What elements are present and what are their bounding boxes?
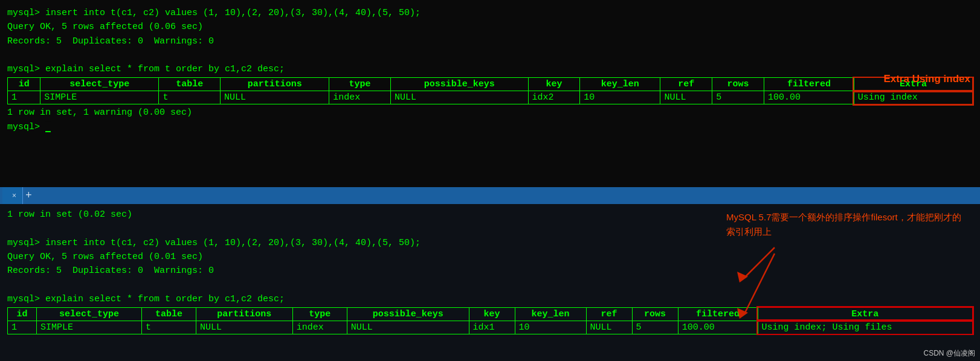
top-line-blank	[7, 48, 973, 62]
bottom-records: Records: 5 Duplicates: 0 Warnings: 0	[7, 264, 973, 278]
col-rows: rows	[632, 307, 678, 321]
col-table: table	[159, 78, 221, 91]
cell-type: index	[329, 91, 391, 104]
top-explain-table: id select_type table partitions type pos…	[7, 77, 973, 104]
cell-extra: Using index	[854, 91, 972, 104]
bottom-query-ok: Query OK, 5 rows affected (0.01 sec)	[7, 250, 973, 264]
cell-ref: NULL	[660, 91, 712, 104]
col-key-len: key_len	[580, 78, 660, 91]
col-extra-bottom: Extra	[758, 307, 972, 321]
col-type: type	[292, 307, 347, 321]
table-row: 1 SIMPLE t NULL index NULL idx1 10 NULL …	[8, 321, 973, 334]
new-tab-button[interactable]: +	[25, 190, 32, 202]
cell-filtered: 100.00	[678, 321, 758, 334]
tab-bar: × +	[0, 187, 980, 204]
col-filtered: filtered	[764, 78, 854, 91]
cell-filtered: 100.00	[764, 91, 854, 104]
cell-key: idx1	[469, 321, 515, 334]
col-id: id	[8, 307, 37, 321]
cell-select-type: SIMPLE	[37, 321, 142, 334]
annotation-text: Extra Using index	[883, 71, 970, 87]
cell-extra-bottom: Using index; Using files	[758, 321, 972, 334]
col-key: key	[469, 307, 515, 321]
cell-table: t	[159, 91, 221, 104]
cell-id: 1	[8, 321, 37, 334]
cell-possible-keys: NULL	[347, 321, 469, 334]
col-id: id	[8, 78, 40, 91]
cell-partitions: NULL	[220, 91, 329, 104]
bottom-blank2	[7, 278, 973, 292]
cell-select-type: SIMPLE	[40, 91, 159, 104]
watermark: CSDN @仙凌阁	[923, 348, 975, 359]
col-rows: rows	[712, 78, 764, 91]
top-terminal-panel: mysql> insert into t(c1, c2) values (1, …	[0, 0, 980, 187]
col-select-type: select_type	[40, 78, 159, 91]
col-possible-keys: possible_keys	[347, 307, 469, 321]
bottom-explain-table: id select_type table partitions type pos…	[7, 307, 973, 334]
cell-rows: 5	[632, 321, 678, 334]
col-key-len: key_len	[515, 307, 586, 321]
col-ref: ref	[586, 307, 632, 321]
bottom-line-blank1	[7, 222, 973, 235]
cell-ref: NULL	[586, 321, 632, 334]
bottom-explain-cmd: mysql> explain select * from t order by …	[7, 292, 973, 306]
cell-type: index	[292, 321, 347, 334]
col-partitions: partitions	[196, 307, 292, 321]
bottom-insert-cmd: mysql> insert into t(c1, c2) values (1, …	[7, 236, 973, 250]
top-prompt: mysql> █	[7, 120, 973, 134]
top-footer: 1 row in set, 1 warning (0.00 sec)	[7, 106, 973, 120]
bottom-line-1: 1 row in set (0.02 sec)	[7, 208, 973, 222]
cell-id: 1	[8, 91, 40, 104]
tab-active[interactable]: ×	[2, 187, 23, 204]
table-header-row: id select_type table partitions type pos…	[8, 307, 973, 321]
col-partitions: partitions	[220, 78, 329, 91]
tab-close-button[interactable]: ×	[12, 191, 16, 200]
table-header-row: id select_type table partitions type pos…	[8, 78, 973, 91]
bottom-table-wrapper: id select_type table partitions type pos…	[7, 307, 973, 334]
col-select-type: select_type	[37, 307, 142, 321]
cell-possible-keys: NULL	[390, 91, 528, 104]
col-key: key	[528, 78, 580, 91]
col-possible-keys: possible_keys	[390, 78, 528, 91]
col-type: type	[329, 78, 391, 91]
cell-rows: 5	[712, 91, 764, 104]
top-line-3: Records: 5 Duplicates: 0 Warnings: 0	[7, 34, 973, 48]
cell-partitions: NULL	[196, 321, 292, 334]
col-filtered: filtered	[678, 307, 758, 321]
cell-key: idx2	[528, 91, 580, 104]
top-explain-cmd: mysql> explain select * from t order by …	[7, 62, 973, 76]
table-row: 1 SIMPLE t NULL index NULL idx2 10 NULL …	[8, 91, 973, 104]
bottom-terminal-panel: 1 row in set (0.02 sec) mysql> insert in…	[0, 204, 980, 361]
top-terminal-lines: mysql> insert into t(c1, c2) values (1, …	[7, 6, 973, 20]
cell-key-len: 10	[580, 91, 660, 104]
top-table-wrapper: id select_type table partitions type pos…	[7, 77, 973, 104]
col-ref: ref	[660, 78, 712, 91]
cell-table: t	[141, 321, 196, 334]
col-table: table	[141, 307, 196, 321]
top-line-2: Query OK, 5 rows affected (0.06 sec)	[7, 20, 973, 34]
cell-key-len: 10	[515, 321, 586, 334]
